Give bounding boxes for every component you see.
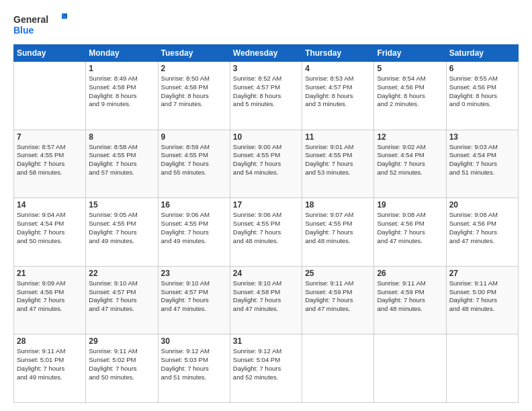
day-number: 17 [233,200,299,210]
calendar-cell: 5Sunrise: 8:54 AM Sunset: 4:56 PM Daylig… [374,62,446,130]
day-info: Sunrise: 9:08 AM Sunset: 4:56 PM Dayligh… [377,211,443,245]
day-info: Sunrise: 8:50 AM Sunset: 4:58 PM Dayligh… [161,75,227,109]
day-info: Sunrise: 9:06 AM Sunset: 4:55 PM Dayligh… [233,211,299,245]
svg-text:General: General [13,14,48,25]
calendar-cell: 11Sunrise: 9:01 AM Sunset: 4:55 PM Dayli… [302,130,374,198]
calendar-cell: 28Sunrise: 9:11 AM Sunset: 5:01 PM Dayli… [14,334,86,403]
calendar-cell [302,334,374,403]
calendar-cell: 14Sunrise: 9:04 AM Sunset: 4:54 PM Dayli… [14,198,86,267]
day-info: Sunrise: 8:53 AM Sunset: 4:57 PM Dayligh… [305,75,371,109]
day-number: 12 [377,132,443,142]
day-number: 9 [161,132,227,142]
day-info: Sunrise: 8:57 AM Sunset: 4:55 PM Dayligh… [17,143,83,177]
calendar-cell: 21Sunrise: 9:09 AM Sunset: 4:56 PM Dayli… [14,266,86,334]
day-number: 2 [161,64,227,73]
weekday-header-wednesday: Wednesday [230,45,302,62]
week-row-3: 14Sunrise: 9:04 AM Sunset: 4:54 PM Dayli… [14,198,519,267]
calendar-cell: 19Sunrise: 9:08 AM Sunset: 4:56 PM Dayli… [374,198,446,267]
calendar-cell [374,334,446,403]
calendar-cell: 23Sunrise: 9:10 AM Sunset: 4:57 PM Dayli… [158,266,230,334]
weekday-header-tuesday: Tuesday [158,45,230,62]
weekday-header-row: SundayMondayTuesdayWednesdayThursdayFrid… [14,45,519,62]
week-row-1: 1Sunrise: 8:49 AM Sunset: 4:58 PM Daylig… [14,62,519,130]
calendar-cell: 20Sunrise: 9:08 AM Sunset: 4:56 PM Dayli… [446,198,518,267]
day-info: Sunrise: 9:04 AM Sunset: 4:54 PM Dayligh… [17,211,83,245]
day-number: 29 [89,336,154,346]
calendar-cell: 15Sunrise: 9:05 AM Sunset: 4:55 PM Dayli… [86,198,158,267]
day-info: Sunrise: 8:59 AM Sunset: 4:55 PM Dayligh… [161,143,227,177]
calendar-cell [446,334,518,403]
calendar-cell: 1Sunrise: 8:49 AM Sunset: 4:58 PM Daylig… [86,62,158,130]
day-number: 31 [233,336,299,346]
day-info: Sunrise: 9:10 AM Sunset: 4:58 PM Dayligh… [233,279,299,314]
day-number: 13 [449,132,515,142]
calendar-cell: 17Sunrise: 9:06 AM Sunset: 4:55 PM Dayli… [230,198,302,267]
day-info: Sunrise: 8:58 AM Sunset: 4:55 PM Dayligh… [89,143,154,177]
calendar-cell: 24Sunrise: 9:10 AM Sunset: 4:58 PM Dayli… [230,266,302,334]
calendar-cell: 3Sunrise: 8:52 AM Sunset: 4:57 PM Daylig… [230,62,302,130]
svg-text:Blue: Blue [13,25,34,36]
day-info: Sunrise: 9:10 AM Sunset: 4:57 PM Dayligh… [89,279,154,314]
day-info: Sunrise: 8:54 AM Sunset: 4:56 PM Dayligh… [377,75,443,109]
calendar-cell: 26Sunrise: 9:11 AM Sunset: 4:59 PM Dayli… [374,266,446,334]
week-row-5: 28Sunrise: 9:11 AM Sunset: 5:01 PM Dayli… [14,334,519,403]
day-number: 3 [233,64,299,73]
day-number: 30 [161,336,227,346]
day-info: Sunrise: 9:11 AM Sunset: 5:01 PM Dayligh… [17,347,83,381]
week-row-4: 21Sunrise: 9:09 AM Sunset: 4:56 PM Dayli… [14,266,519,334]
day-number: 28 [17,336,83,346]
day-info: Sunrise: 9:02 AM Sunset: 4:54 PM Dayligh… [377,143,443,177]
header: General Blue [13,12,519,38]
day-number: 23 [161,269,227,278]
calendar-cell: 22Sunrise: 9:10 AM Sunset: 4:57 PM Dayli… [86,266,158,334]
day-number: 24 [233,269,299,278]
calendar-cell: 6Sunrise: 8:55 AM Sunset: 4:56 PM Daylig… [446,62,518,130]
day-number: 21 [17,269,83,278]
calendar-cell: 8Sunrise: 8:58 AM Sunset: 4:55 PM Daylig… [86,130,158,198]
day-info: Sunrise: 9:03 AM Sunset: 4:54 PM Dayligh… [449,143,515,177]
day-info: Sunrise: 9:01 AM Sunset: 4:55 PM Dayligh… [305,143,371,177]
day-number: 25 [305,269,371,278]
day-info: Sunrise: 8:49 AM Sunset: 4:58 PM Dayligh… [89,75,154,109]
calendar-cell: 7Sunrise: 8:57 AM Sunset: 4:55 PM Daylig… [14,130,86,198]
day-number: 19 [377,200,443,210]
day-number: 10 [233,132,299,142]
weekday-header-thursday: Thursday [302,45,374,62]
day-info: Sunrise: 9:06 AM Sunset: 4:55 PM Dayligh… [161,211,227,245]
weekday-header-friday: Friday [374,45,446,62]
day-info: Sunrise: 9:07 AM Sunset: 4:55 PM Dayligh… [305,211,371,245]
day-number: 20 [449,200,515,210]
day-number: 18 [305,200,371,210]
calendar-cell: 31Sunrise: 9:12 AM Sunset: 5:04 PM Dayli… [230,334,302,403]
calendar-cell: 16Sunrise: 9:06 AM Sunset: 4:55 PM Dayli… [158,198,230,267]
page: General Blue SundayMondayTuesdayWednesda… [0,0,532,411]
day-info: Sunrise: 9:11 AM Sunset: 4:59 PM Dayligh… [377,279,443,314]
day-number: 1 [89,64,154,73]
weekday-header-sunday: Sunday [14,45,86,62]
calendar-cell: 2Sunrise: 8:50 AM Sunset: 4:58 PM Daylig… [158,62,230,130]
day-info: Sunrise: 9:09 AM Sunset: 4:56 PM Dayligh… [17,279,83,314]
weekday-header-saturday: Saturday [446,45,518,62]
calendar-cell [14,62,86,130]
week-row-2: 7Sunrise: 8:57 AM Sunset: 4:55 PM Daylig… [14,130,519,198]
calendar-cell: 27Sunrise: 9:11 AM Sunset: 5:00 PM Dayli… [446,266,518,334]
day-info: Sunrise: 9:12 AM Sunset: 5:03 PM Dayligh… [161,347,227,381]
logo: General Blue [13,12,67,38]
day-info: Sunrise: 9:08 AM Sunset: 4:56 PM Dayligh… [449,211,515,245]
day-info: Sunrise: 9:12 AM Sunset: 5:04 PM Dayligh… [233,347,299,381]
calendar-cell: 18Sunrise: 9:07 AM Sunset: 4:55 PM Dayli… [302,198,374,267]
day-info: Sunrise: 9:10 AM Sunset: 4:57 PM Dayligh… [161,279,227,314]
day-info: Sunrise: 9:11 AM Sunset: 5:00 PM Dayligh… [449,279,515,314]
day-info: Sunrise: 8:55 AM Sunset: 4:56 PM Dayligh… [449,75,515,109]
day-info: Sunrise: 8:52 AM Sunset: 4:57 PM Dayligh… [233,75,299,109]
calendar-cell: 13Sunrise: 9:03 AM Sunset: 4:54 PM Dayli… [446,130,518,198]
day-number: 7 [17,132,83,142]
day-number: 16 [161,200,227,210]
calendar-cell: 25Sunrise: 9:11 AM Sunset: 4:59 PM Dayli… [302,266,374,334]
logo-svg: General Blue [13,12,67,38]
day-info: Sunrise: 9:05 AM Sunset: 4:55 PM Dayligh… [89,211,154,245]
day-number: 11 [305,132,371,142]
day-number: 15 [89,200,154,210]
day-info: Sunrise: 9:11 AM Sunset: 4:59 PM Dayligh… [305,279,371,314]
weekday-header-monday: Monday [86,45,158,62]
